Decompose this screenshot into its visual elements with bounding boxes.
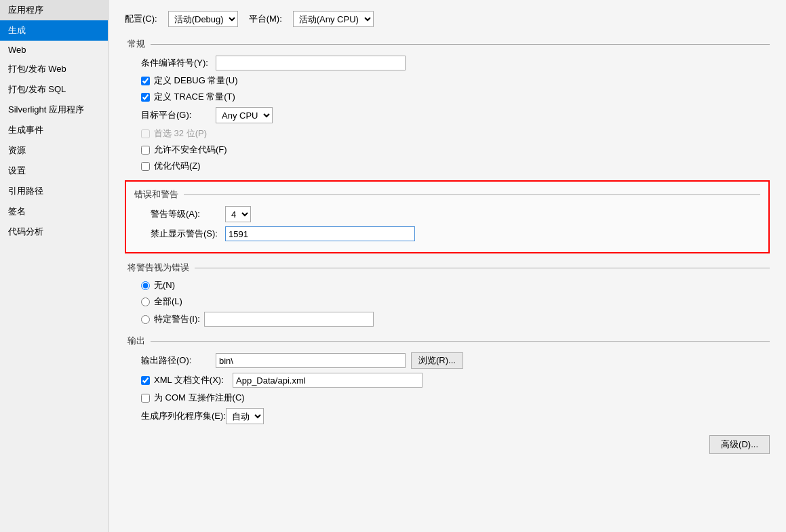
optimize-checkbox[interactable]: [141, 162, 150, 171]
xml-doc-input[interactable]: [233, 373, 423, 388]
output-path-label: 输出路径(O):: [141, 354, 216, 367]
sidebar-item-生成事件[interactable]: 生成事件: [0, 120, 108, 140]
suppress-input[interactable]: [225, 226, 415, 241]
suppress-row: 禁止显示警告(S):: [134, 226, 760, 241]
all-radio-row: 全部(L): [125, 295, 770, 308]
config-label: 配置(C):: [125, 13, 157, 25]
conditional-row: 条件编译符号(Y):: [125, 56, 770, 70]
sidebar-item-引用路径[interactable]: 引用路径: [0, 181, 108, 201]
define-trace-label: 定义 TRACE 常量(T): [154, 91, 235, 103]
serialization-select[interactable]: 自动开关: [226, 408, 264, 424]
sidebar-item-资源[interactable]: 资源: [0, 140, 108, 161]
define-trace-row: 定义 TRACE 常量(T): [125, 91, 770, 103]
none-radio[interactable]: [141, 281, 150, 290]
general-section: 常规 条件编译符号(Y): 定义 DEBUG 常量(U) 定义 TRACE 常量…: [125, 38, 770, 172]
sidebar-item-生成[interactable]: 生成: [0, 20, 108, 41]
optimize-row: 优化代码(Z): [125, 160, 770, 172]
define-debug-checkbox[interactable]: [141, 77, 150, 85]
specific-radio[interactable]: [141, 315, 150, 324]
target-platform-row: 目标平台(G): Any CPUx86x64Itanium: [125, 107, 770, 123]
com-interop-label: 为 COM 互操作注册(C): [154, 392, 245, 404]
xml-doc-label: XML 文档文件(X):: [154, 374, 229, 386]
sidebar-item-代码分析[interactable]: 代码分析: [0, 222, 108, 242]
target-platform-label: 目标平台(G):: [141, 109, 216, 121]
advanced-button[interactable]: 高级(D)...: [709, 435, 770, 454]
platform-select[interactable]: 活动(Any CPU)Any CPUx86x64: [293, 11, 374, 27]
serialization-row: 生成序列化程序集(E): 自动开关: [125, 408, 770, 424]
warning-level-label: 警告等级(A):: [151, 208, 225, 220]
sidebar-item-Silverlight 应用程序[interactable]: Silverlight 应用程序: [0, 100, 108, 120]
top-bar: 配置(C): 活动(Debug)DebugRelease所有配置 平台(M): …: [125, 11, 770, 27]
errors-section: 错误和警告 警告等级(A): 01234 禁止显示警告(S):: [125, 180, 770, 253]
sidebar-item-应用程序[interactable]: 应用程序: [0, 0, 108, 20]
define-debug-label: 定义 DEBUG 常量(U): [154, 75, 238, 87]
prefer32-label: 首选 32 位(P): [154, 127, 229, 140]
sidebar: 应用程序生成Web打包/发布 Web打包/发布 SQLSilverlight 应…: [0, 0, 109, 532]
main-content: 配置(C): 活动(Debug)DebugRelease所有配置 平台(M): …: [109, 0, 786, 532]
warning-level-select[interactable]: 01234: [225, 206, 251, 222]
sidebar-item-打包/发布 Web[interactable]: 打包/发布 Web: [0, 59, 108, 79]
com-interop-row: 为 COM 互操作注册(C): [125, 392, 770, 404]
prefer32-checkbox[interactable]: [141, 129, 150, 138]
output-section-title: 输出: [125, 335, 770, 347]
prefer32-row: 首选 32 位(P): [125, 127, 770, 140]
com-interop-checkbox[interactable]: [141, 394, 150, 403]
output-path-row: 输出路径(O): 浏览(R)...: [125, 352, 770, 369]
output-path-input[interactable]: [216, 353, 406, 368]
conditional-input[interactable]: [216, 56, 406, 70]
optimize-label: 优化代码(Z): [154, 160, 229, 172]
sidebar-item-打包/发布 SQL[interactable]: 打包/发布 SQL: [0, 79, 108, 100]
specific-input[interactable]: [204, 312, 374, 327]
sidebar-item-Web[interactable]: Web: [0, 41, 108, 59]
none-radio-row: 无(N): [125, 279, 770, 291]
treat-warnings-section: 将警告视为错误 无(N) 全部(L) 特定警告(I):: [125, 262, 770, 327]
xml-doc-checkbox[interactable]: [141, 376, 150, 385]
config-select[interactable]: 活动(Debug)DebugRelease所有配置: [168, 11, 238, 27]
define-debug-row: 定义 DEBUG 常量(U): [125, 75, 770, 87]
specific-radio-label: 特定警告(I):: [154, 313, 200, 325]
allow-unsafe-row: 允许不安全代码(F): [125, 144, 770, 156]
allow-unsafe-checkbox[interactable]: [141, 146, 150, 155]
none-radio-label: 无(N): [154, 279, 175, 291]
allow-unsafe-label: 允许不安全代码(F): [154, 144, 229, 156]
target-platform-select[interactable]: Any CPUx86x64Itanium: [216, 107, 273, 123]
treat-warnings-title: 将警告视为错误: [125, 262, 770, 274]
conditional-label: 条件编译符号(Y):: [141, 57, 216, 69]
output-section: 输出 输出路径(O): 浏览(R)... XML 文档文件(X): 为 COM …: [125, 335, 770, 424]
errors-section-title: 错误和警告: [134, 188, 760, 201]
suppress-label: 禁止显示警告(S):: [151, 228, 225, 240]
all-radio[interactable]: [141, 298, 150, 306]
sidebar-item-设置[interactable]: 设置: [0, 161, 108, 181]
serialization-label: 生成序列化程序集(E):: [141, 410, 226, 422]
xml-doc-row: XML 文档文件(X):: [125, 373, 770, 388]
bottom-bar: 高级(D)...: [125, 435, 770, 454]
warning-level-row: 警告等级(A): 01234: [134, 206, 760, 222]
general-section-title: 常规: [125, 38, 770, 50]
specific-radio-row: 特定警告(I):: [125, 312, 770, 327]
all-radio-label: 全部(L): [154, 295, 182, 308]
sidebar-item-签名[interactable]: 签名: [0, 201, 108, 222]
define-trace-checkbox[interactable]: [141, 93, 150, 102]
browse-button[interactable]: 浏览(R)...: [411, 352, 463, 369]
platform-label: 平台(M):: [249, 13, 282, 25]
